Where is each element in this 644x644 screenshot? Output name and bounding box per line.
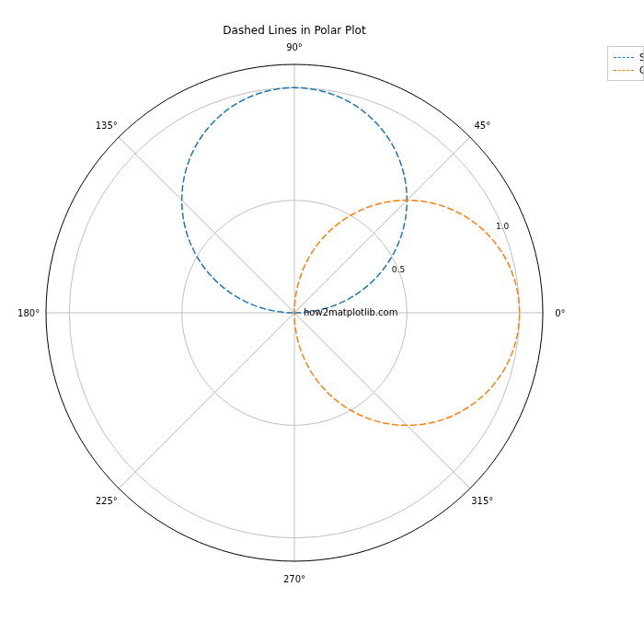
svg-line-5 (119, 313, 294, 489)
angular-tick-label: 135° (96, 120, 118, 130)
legend-item-sin: Sin (614, 51, 639, 63)
angular-tick-label: 90° (286, 42, 303, 52)
legend-label-cos: Cos (639, 65, 644, 75)
radial-tick-label: 1.0 (496, 222, 509, 231)
legend-swatch-sin (614, 57, 634, 58)
svg-line-3 (119, 137, 294, 313)
angular-tick-label: 225° (96, 496, 118, 506)
angular-tick-label: 45° (474, 120, 490, 130)
polar-chart-container: Dashed Lines in Polar Plot how2matplotli… (0, 0, 644, 644)
radial-tick-label: 0.5 (392, 265, 405, 274)
angular-tick-label: 0° (555, 308, 565, 318)
svg-line-1 (294, 137, 470, 313)
legend-swatch-cos (614, 70, 634, 71)
angular-tick-label: 270° (283, 573, 305, 583)
legend-label-sin: Sin (639, 52, 644, 63)
svg-line-7 (294, 313, 470, 489)
angular-tick-label: 180° (17, 308, 40, 318)
legend-item-cos: Cos (614, 63, 639, 76)
center-annotation: how2matplotlib.com (304, 307, 397, 317)
chart-title: Dashed Lines in Polar Plot (0, 24, 589, 37)
legend: Sin Cos (607, 46, 644, 81)
angular-tick-label: 315° (471, 496, 493, 506)
